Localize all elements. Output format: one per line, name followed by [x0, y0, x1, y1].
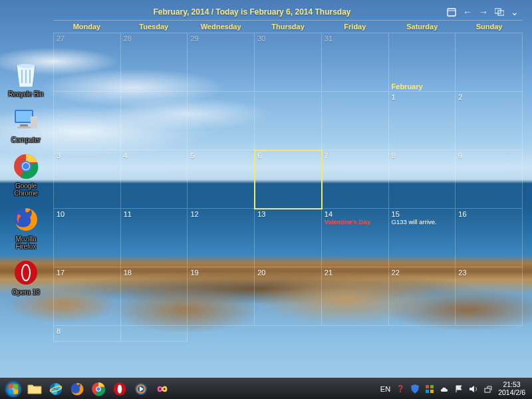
taskbar-firefox[interactable] — [68, 380, 86, 398]
icon-label: Mozilla Firefox — [3, 235, 49, 250]
tray-volume-icon[interactable] — [469, 384, 478, 394]
calendar-day-headers: Monday Tuesday Wednesday Thursday Friday… — [53, 21, 523, 33]
calendar-cell[interactable]: 23 — [456, 267, 523, 326]
svg-rect-5 — [31, 116, 37, 128]
tray-help-icon[interactable]: ❓ — [396, 384, 405, 394]
calendar-cell[interactable] — [121, 326, 188, 342]
taskbar-app-infinity[interactable] — [153, 380, 172, 398]
calendar-cell[interactable]: 29 — [188, 33, 255, 92]
calendar-cell[interactable]: 19 — [188, 267, 255, 326]
svg-rect-31 — [430, 385, 434, 388]
cell-date: 1 — [392, 93, 396, 101]
tray-cloud-icon[interactable] — [440, 384, 449, 394]
day-header: Sunday — [456, 21, 523, 33]
calendar-view-icon[interactable] — [495, 8, 504, 16]
calendar-cell[interactable]: 11 — [121, 209, 188, 267]
calendar-cell[interactable]: 5 — [188, 150, 255, 209]
calendar-cell[interactable] — [255, 92, 322, 150]
tray-overflow-icon[interactable] — [483, 384, 493, 394]
calendar-cell[interactable] — [54, 92, 121, 150]
tray-language[interactable]: EN — [380, 385, 390, 393]
icon-label: Computer — [3, 136, 49, 144]
taskbar-chrome[interactable] — [89, 380, 108, 398]
tray-date: 2014/2/6 — [498, 389, 525, 397]
taskbar: EN ❓ 21:53 2014/2/6 — [0, 378, 532, 399]
svg-point-18 — [5, 380, 21, 397]
calendar-prev-icon[interactable]: ← — [463, 7, 472, 17]
day-header: Monday — [53, 21, 120, 33]
tray-flag-icon[interactable] — [454, 384, 464, 394]
calendar-cell[interactable]: 14Valentine's Day — [322, 209, 389, 267]
day-header: Thursday — [255, 21, 322, 33]
calendar-cell[interactable]: 22 — [389, 267, 456, 326]
icon-label: Recycle Bin — [3, 90, 49, 98]
calendar-cell[interactable]: 7 — [322, 150, 389, 209]
calendar-next-icon[interactable]: → — [479, 7, 488, 17]
cell-date: 29 — [190, 35, 198, 43]
svg-rect-32 — [426, 390, 429, 393]
desktop-calendar-widget: February, 2014 / Today is February 6, 20… — [53, 5, 523, 342]
svg-rect-2 — [16, 111, 32, 122]
cell-date: 13 — [257, 210, 265, 218]
calendar-cell[interactable]: 4 — [121, 150, 188, 209]
svg-point-24 — [96, 387, 100, 391]
calendar-cell[interactable]: 30 — [255, 33, 322, 92]
day-header: Tuesday — [120, 21, 188, 33]
calendar-cell[interactable]: 21 — [322, 267, 389, 326]
cell-date: 8 — [57, 327, 61, 335]
calendar-cell[interactable]: 10 — [54, 209, 121, 267]
calendar-cell[interactable]: 8 — [54, 326, 121, 342]
calendar-cell[interactable] — [322, 92, 389, 150]
svg-point-13 — [23, 265, 29, 280]
svg-rect-30 — [426, 385, 429, 388]
calendar-header: February, 2014 / Today is February 6, 20… — [53, 5, 523, 21]
cell-date: 23 — [458, 269, 466, 277]
calendar-cell[interactable]: 2 — [456, 92, 523, 150]
calendar-cell[interactable]: 31 — [322, 33, 389, 92]
calendar-cell[interactable] — [456, 33, 523, 92]
calendar-cell[interactable]: 17 — [54, 267, 121, 326]
cell-date: 8 — [392, 152, 396, 160]
desktop-icon-mozilla-firefox[interactable]: Mozilla Firefox — [3, 205, 49, 250]
icon-label: Opera 18 — [3, 289, 49, 296]
taskbar-opera[interactable] — [110, 380, 129, 398]
calendar-cell[interactable]: 16 — [456, 209, 523, 267]
calendar-cell[interactable] — [188, 92, 255, 150]
cell-date: 6 — [257, 152, 261, 160]
calendar-cell[interactable]: 27 — [54, 33, 121, 92]
calendar-cell[interactable]: 12 — [188, 209, 255, 267]
cell-date: 21 — [325, 269, 332, 277]
cell-date: 20 — [257, 269, 265, 277]
calendar-cell[interactable]: 3 — [54, 150, 121, 209]
tray-tiles-icon[interactable] — [425, 384, 434, 394]
calendar-cell[interactable]: 15G133 will arrive. — [389, 209, 456, 267]
desktop-icon-google-chrome[interactable]: Google Chrome — [3, 152, 49, 197]
calendar-cell[interactable]: 6 — [255, 150, 322, 209]
calendar-cell[interactable]: 28 — [121, 33, 188, 92]
calendar-menu-icon[interactable]: ⌄ — [511, 7, 519, 17]
calendar-cell[interactable]: 9 — [456, 150, 523, 209]
svg-marker-34 — [469, 386, 474, 392]
cell-date: 2 — [458, 93, 462, 101]
calendar-cell[interactable]: 8 — [389, 150, 456, 209]
taskbar-file-explorer[interactable] — [25, 380, 44, 398]
desktop-icon-recycle-bin[interactable]: Recycle Bin — [3, 60, 49, 98]
calendar-cell[interactable]: February1 — [389, 92, 456, 150]
desktop-icon-computer[interactable]: Computer — [3, 106, 49, 144]
svg-point-9 — [23, 163, 29, 170]
desktop-icon-opera-18[interactable]: Opera 18 — [3, 258, 49, 296]
calendar-today-icon[interactable] — [447, 7, 456, 17]
calendar-cell[interactable]: 20 — [255, 267, 322, 326]
taskbar-internet-explorer[interactable] — [47, 380, 65, 398]
cell-date: 27 — [57, 35, 65, 43]
taskbar-media-player[interactable] — [132, 380, 150, 398]
calendar-cell[interactable]: 13 — [255, 209, 322, 267]
tray-shield-icon[interactable] — [410, 384, 420, 394]
computer-icon — [11, 106, 41, 135]
calendar-cell[interactable]: 18 — [121, 267, 188, 326]
calendar-cell[interactable] — [121, 92, 188, 150]
start-button[interactable] — [3, 380, 24, 398]
cell-date: 30 — [257, 35, 265, 43]
svg-rect-4 — [17, 126, 31, 128]
tray-clock[interactable]: 21:53 2014/2/6 — [498, 381, 525, 396]
